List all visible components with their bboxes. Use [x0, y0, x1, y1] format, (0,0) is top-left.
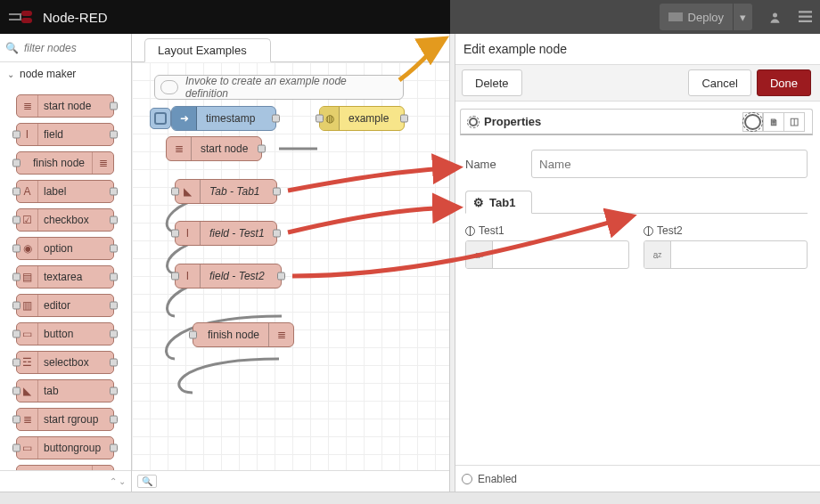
workspace: Layout Examples Invoke to create an exam…	[132, 34, 450, 492]
palette-node-selectbox[interactable]: ☲selectbox	[16, 351, 114, 374]
name-label: Name	[465, 158, 531, 171]
node-settings-icon[interactable]	[742, 112, 764, 132]
deploy-button[interactable]: Deploy ▾	[660, 4, 752, 30]
start-node[interactable]: ≣ start node	[166, 136, 262, 161]
app-header: Node-RED Deploy ▾	[0, 0, 820, 34]
done-button[interactable]: Done	[757, 69, 811, 96]
palette-node-label[interactable]: Alabel	[16, 180, 114, 203]
search-icon[interactable]: 🔍	[137, 475, 157, 488]
search-icon: 🔍	[5, 42, 19, 54]
globe-icon	[465, 226, 475, 236]
string-type-icon[interactable]: az	[466, 241, 493, 268]
tab1-tab[interactable]: ⚙ Tab1	[465, 191, 532, 214]
svg-rect-3	[799, 20, 812, 22]
enabled-toggle-icon[interactable]	[462, 474, 472, 484]
test2-input[interactable]: az	[644, 240, 808, 269]
node-type-icon: ≣	[92, 466, 113, 470]
palette-node-start-rgroup[interactable]: ≣start rgroup	[16, 408, 114, 431]
deploy-menu-caret[interactable]: ▾	[733, 4, 752, 30]
delete-button[interactable]: Delete	[462, 69, 522, 96]
bookmark-icon: ◣	[176, 180, 201, 203]
workspace-footer: 🔍	[132, 470, 450, 492]
status-bar	[0, 492, 820, 504]
workspace-tab-bar: Layout Examples	[132, 34, 450, 62]
field1-node[interactable]: I field - Test1	[175, 221, 277, 246]
app-title: Node-RED	[43, 10, 108, 25]
flow-comment[interactable]: Invoke to create an example node definit…	[154, 75, 404, 100]
list-icon: ≣	[167, 137, 192, 160]
node-appearance-icon[interactable]: ◫	[783, 112, 805, 132]
comment-icon	[160, 80, 178, 94]
enabled-label: Enabled	[478, 473, 517, 485]
flow-canvas[interactable]: Invoke to create an example node definit…	[132, 62, 450, 470]
palette-node-button[interactable]: ▭button	[16, 322, 114, 345]
name-input[interactable]	[531, 150, 808, 178]
palette-collapse-down-icon[interactable]: ⌄	[119, 476, 126, 486]
properties-header[interactable]: Properties 🗎 ◫	[460, 109, 813, 135]
palette-node-finish-node[interactable]: ≣finish node	[16, 151, 114, 175]
svg-rect-2	[799, 16, 812, 18]
chevron-down-icon: ⌄	[7, 69, 14, 79]
test1-label: Test1	[479, 224, 504, 237]
edit-sidebar: Edit example node Delete Cancel Done Pro…	[452, 34, 820, 492]
string-type-icon[interactable]: az	[644, 241, 671, 268]
palette-node-editor[interactable]: ▥editor	[16, 294, 114, 317]
palette-filter-input[interactable]	[22, 41, 126, 55]
test2-label: Test2	[657, 224, 683, 237]
tab-node[interactable]: ◣ Tab - Tab1	[175, 179, 277, 204]
svg-rect-1	[799, 11, 812, 12]
palette-sidebar: 🔍 ⌄ node maker ≣start nodeIfield≣finish …	[0, 34, 132, 492]
deploy-icon	[668, 12, 683, 21]
palette-node-textarea[interactable]: ▤textarea	[16, 265, 114, 289]
svg-point-0	[773, 12, 777, 17]
gears-icon: ⚙	[473, 196, 484, 209]
list-icon: ≣	[268, 323, 293, 346]
palette-search[interactable]: 🔍	[0, 34, 131, 62]
inject-node[interactable]: ➜ timestamp	[171, 106, 276, 131]
finish-node[interactable]: ≣ finish node	[193, 322, 294, 347]
edit-title: Edit example node	[453, 34, 820, 64]
palette-node-end-rgroup[interactable]: ≣end rgroup	[16, 465, 114, 470]
palette-node-start-node[interactable]: ≣start node	[16, 94, 114, 118]
example-node[interactable]: ◍ example	[319, 106, 405, 131]
gear-icon	[468, 117, 479, 127]
field2-node[interactable]: I field - Test2	[175, 264, 282, 289]
palette-node-checkbox[interactable]: ☑checkbox	[16, 208, 114, 232]
text-cursor-icon: I	[176, 222, 201, 245]
user-icon[interactable]	[759, 0, 790, 34]
node-type-icon: ≣	[92, 152, 113, 174]
cancel-button[interactable]: Cancel	[688, 69, 750, 96]
text-cursor-icon: I	[176, 264, 201, 288]
palette-category-header[interactable]: ⌄ node maker	[0, 62, 131, 85]
palette-collapse-up-icon[interactable]: ⌃	[110, 476, 117, 486]
inject-trigger-button[interactable]	[150, 108, 171, 129]
inject-icon: ➜	[172, 107, 197, 130]
palette-node-option[interactable]: ◉option	[16, 237, 114, 260]
flow-tab[interactable]: Layout Examples	[144, 38, 271, 62]
nodered-logo-icon	[9, 10, 36, 24]
node-type-icon: ≣	[17, 95, 38, 117]
palette-node-buttongroup[interactable]: ▭buttongroup	[16, 436, 114, 459]
hamburger-menu-icon[interactable]	[790, 0, 820, 34]
globe-icon	[644, 226, 653, 236]
palette-node-field[interactable]: Ifield	[16, 123, 114, 146]
test1-input[interactable]: az	[465, 240, 629, 269]
node-description-icon[interactable]: 🗎	[763, 112, 784, 132]
palette-node-tab[interactable]: ◣tab	[16, 379, 114, 402]
